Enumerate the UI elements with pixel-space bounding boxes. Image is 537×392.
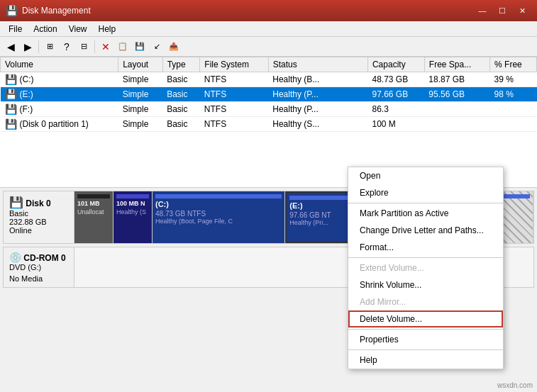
context-explore[interactable]: Explore xyxy=(348,184,503,201)
cdrom-info: 💿 CD-ROM 0 DVD (G:) No Media xyxy=(4,247,74,287)
partition-unallocated[interactable]: 101 MB Unallocat xyxy=(74,191,114,243)
partition-bar-1 xyxy=(116,194,149,198)
rescan-button[interactable]: 📋 xyxy=(115,39,131,55)
partition-100mb[interactable]: 100 MB N Healthy (S xyxy=(114,191,153,243)
window-controls: — ☐ ✕ xyxy=(473,4,531,17)
table-row[interactable]: 💾(Disk 0 partition 1) Simple Basic NTFS … xyxy=(1,117,537,132)
partition-label-2: (C:) xyxy=(155,200,282,208)
col-header-filesystem[interactable]: File System xyxy=(200,57,268,72)
connect-button[interactable]: ⊟ xyxy=(76,39,92,55)
context-mark-active[interactable]: Mark Partition as Active xyxy=(348,205,503,222)
disk-0-name: 💾 Disk 0 xyxy=(9,196,68,209)
toolbar-separator-1 xyxy=(38,40,39,53)
menu-file[interactable]: File xyxy=(3,23,28,35)
help-button[interactable]: ? xyxy=(59,39,74,55)
col-header-capacity[interactable]: Capacity xyxy=(367,57,424,72)
disk-0-info: 💾 Disk 0 Basic 232.88 GB Online xyxy=(4,191,74,243)
table-row[interactable]: 💾(E:) Simple Basic NTFS Healthy (P... 97… xyxy=(1,87,537,102)
main-content: Volume Layout Type File System Status Ca… xyxy=(0,57,537,392)
partition-detail-2: Healthy (Boot, Page File, C xyxy=(155,218,282,225)
partition-label-1: 100 MB N xyxy=(116,200,149,207)
context-shrink[interactable]: Shrink Volume... xyxy=(348,276,503,293)
minimize-button[interactable]: — xyxy=(473,4,492,17)
disk-0-type: Basic xyxy=(9,209,68,218)
context-sep-2 xyxy=(348,257,503,258)
export-button[interactable]: 📤 xyxy=(166,39,182,55)
col-header-percentfree[interactable]: % Free xyxy=(490,57,537,72)
toolbar-separator-2 xyxy=(94,40,95,53)
disk-table: Volume Layout Type File System Status Ca… xyxy=(0,57,537,132)
context-sep-3 xyxy=(348,329,503,330)
maximize-button[interactable]: ☐ xyxy=(493,4,511,17)
table-row[interactable]: 💾(C:) Simple Basic NTFS Healthy (B... 48… xyxy=(1,72,537,87)
properties-button[interactable]: ⊞ xyxy=(42,39,57,55)
context-sep-4 xyxy=(348,349,503,350)
context-add-mirror: Add Mirror... xyxy=(348,293,503,310)
toolbar: ◀ ▶ ⊞ ? ⊟ ✕ 📋 💾 ↙ 📤 xyxy=(0,37,537,57)
partition-sublabel-2: 48.73 GB NTFS xyxy=(155,210,282,218)
context-sep-1 xyxy=(348,203,503,203)
col-header-status[interactable]: Status xyxy=(268,57,367,72)
context-extend: Extend Volume... xyxy=(348,259,503,276)
partition-bar-0 xyxy=(77,194,110,198)
partition-label-0: 101 MB xyxy=(77,200,110,207)
menu-help[interactable]: Help xyxy=(93,23,122,35)
cdrom-name: 💿 CD-ROM 0 xyxy=(9,252,68,263)
partition-sublabel-0: Unallocat xyxy=(77,208,110,215)
delete-button[interactable]: ✕ xyxy=(98,39,114,55)
app-icon: 💾 xyxy=(6,5,18,16)
context-open[interactable]: Open xyxy=(348,167,503,184)
context-change-letter[interactable]: Change Drive Letter and Paths... xyxy=(348,222,503,239)
context-format[interactable]: Format... xyxy=(348,239,503,256)
menu-action[interactable]: Action xyxy=(28,23,62,35)
col-header-type[interactable]: Type xyxy=(162,57,200,72)
save-button[interactable]: 💾 xyxy=(132,39,148,55)
partition-sublabel-1: Healthy (S xyxy=(116,208,149,215)
watermark: wsxdn.com xyxy=(497,381,533,389)
table-row[interactable]: 💾(F:) Simple Basic NTFS Healthy (P... 86… xyxy=(1,102,537,117)
cdrom-type: DVD (G:) xyxy=(9,263,68,271)
forward-button[interactable]: ▶ xyxy=(20,39,35,55)
menu-bar: File Action View Help xyxy=(0,21,537,37)
partition-c[interactable]: (C:) 48.73 GB NTFS Healthy (Boot, Page F… xyxy=(153,191,285,243)
app-title: Disk Management xyxy=(22,6,91,16)
col-header-layout[interactable]: Layout xyxy=(118,57,162,72)
cdrom-status: No Media xyxy=(9,274,68,283)
disk-0-size: 232.88 GB xyxy=(9,218,68,226)
disk-0-status: Online xyxy=(9,226,68,235)
context-delete-volume[interactable]: Delete Volume... xyxy=(348,310,503,327)
context-help[interactable]: Help xyxy=(348,352,503,369)
close-button[interactable]: ✕ xyxy=(513,4,531,17)
col-header-freespace[interactable]: Free Spa... xyxy=(424,57,489,72)
context-menu: Open Explore Mark Partition as Active Ch… xyxy=(348,167,504,369)
import-button[interactable]: ↙ xyxy=(149,39,165,55)
title-bar: 💾 Disk Management — ☐ ✕ xyxy=(0,0,537,21)
partition-bar-2 xyxy=(155,194,282,198)
back-button[interactable]: ◀ xyxy=(3,39,18,55)
menu-view[interactable]: View xyxy=(63,23,93,35)
context-properties[interactable]: Properties xyxy=(348,331,503,348)
col-header-volume[interactable]: Volume xyxy=(1,57,118,72)
